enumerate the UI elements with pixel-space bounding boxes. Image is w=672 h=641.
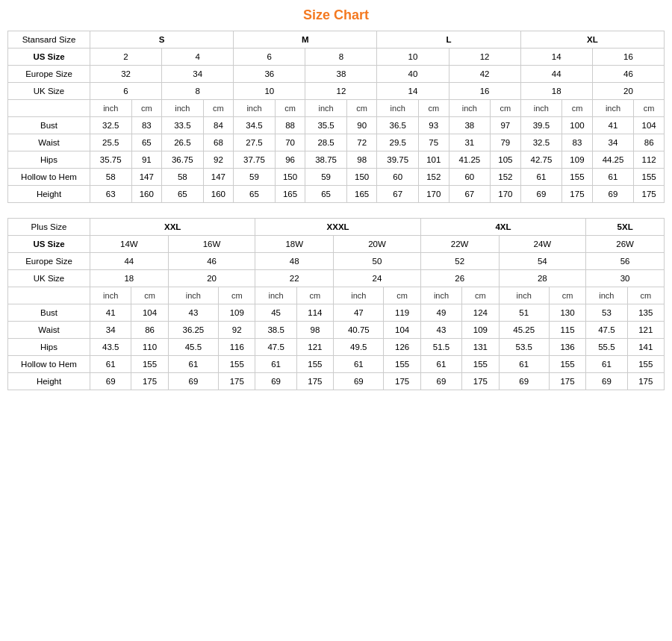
- height-val: 175: [462, 373, 499, 390]
- bust-val: 104: [634, 117, 665, 134]
- hollow-val: 155: [562, 169, 593, 186]
- bust-val: 135: [627, 304, 664, 322]
- bust-val: 109: [219, 304, 255, 322]
- bust-val: 39.5: [520, 117, 562, 134]
- hollow-val: 61: [520, 169, 562, 186]
- hips-val: 136: [549, 339, 585, 356]
- height-val: 69: [334, 373, 384, 390]
- hollow-label: Hollow to Hem: [8, 356, 90, 373]
- bust-val: 93: [418, 117, 449, 134]
- height-val: 160: [131, 186, 162, 203]
- waist-val: 115: [549, 322, 585, 339]
- waist-val: 75: [418, 134, 449, 151]
- unit-val: inch: [305, 100, 347, 117]
- europe-size-val: 34: [162, 66, 234, 83]
- europe-size-label: Europe Size: [8, 253, 90, 270]
- hips-val: 55.5: [586, 339, 627, 356]
- unit-val: inch: [168, 287, 218, 304]
- plus-size-table: Plus Size XXL XXXL 4XL 5XL US Size14W16W…: [7, 218, 665, 390]
- hips-label: Hips: [8, 339, 90, 356]
- unit-val: inch: [234, 100, 276, 117]
- us-size-val: 8: [305, 49, 377, 66]
- bust-val: 104: [131, 304, 168, 322]
- bust-val: 90: [346, 117, 377, 134]
- unit-val: inch: [90, 287, 131, 304]
- waist-val: 34: [90, 322, 131, 339]
- hollow-val: 155: [549, 356, 585, 373]
- height-val: 175: [219, 373, 255, 390]
- hips-val: 41.25: [449, 151, 491, 169]
- height-val: 69: [90, 373, 131, 390]
- hips-val: 36.75: [162, 151, 204, 169]
- europe-size-val: 40: [377, 66, 449, 83]
- uk-size-val: 20: [168, 270, 255, 287]
- hollow-val: 147: [203, 169, 234, 186]
- hips-val: 105: [491, 151, 521, 169]
- hips-val: 131: [462, 339, 499, 356]
- height-val: 69: [499, 373, 549, 390]
- bust-val: 41: [592, 117, 634, 134]
- waist-val: 28.5: [305, 134, 347, 151]
- hips-val: 126: [384, 339, 420, 356]
- height-val: 67: [377, 186, 419, 203]
- hollow-val: 152: [491, 169, 521, 186]
- waist-val: 31: [449, 134, 491, 151]
- plus-size-xxxl: XXXL: [255, 219, 420, 236]
- waist-val: 86: [634, 134, 665, 151]
- uk-size-val: 14: [377, 83, 449, 100]
- height-val: 175: [627, 373, 664, 390]
- hips-val: 91: [131, 151, 162, 169]
- uk-size-val: 6: [90, 83, 162, 100]
- waist-val: 26.5: [162, 134, 204, 151]
- height-val: 69: [586, 373, 627, 390]
- waist-val: 45.25: [499, 322, 549, 339]
- hollow-label: Hollow to Hem: [8, 169, 90, 186]
- europe-size-val: 46: [168, 253, 255, 270]
- bust-val: 119: [384, 304, 420, 322]
- height-val: 175: [549, 373, 585, 390]
- bust-val: 100: [562, 117, 593, 134]
- unit-empty: [8, 287, 90, 304]
- waist-label: Waist: [8, 134, 90, 151]
- hollow-val: 155: [219, 356, 255, 373]
- waist-val: 68: [203, 134, 234, 151]
- height-val: 63: [90, 186, 132, 203]
- us-size-val: 14: [520, 49, 592, 66]
- us-size-val: 24W: [499, 236, 586, 253]
- us-size-val: 10: [377, 49, 449, 66]
- height-val: 69: [420, 373, 461, 390]
- standard-size-m: M: [234, 31, 377, 49]
- uk-size-val: 12: [305, 83, 377, 100]
- hollow-val: 61: [255, 356, 296, 373]
- waist-val: 83: [562, 134, 593, 151]
- height-val: 65: [162, 186, 204, 203]
- hips-val: 38.75: [305, 151, 347, 169]
- bust-val: 34.5: [234, 117, 276, 134]
- uk-size-label: UK Size: [8, 83, 90, 100]
- waist-val: 36.25: [168, 322, 218, 339]
- hips-val: 35.75: [90, 151, 132, 169]
- unit-val: cm: [462, 287, 499, 304]
- hips-val: 44.25: [592, 151, 634, 169]
- height-val: 170: [491, 186, 521, 203]
- plus-size-xxl: XXL: [90, 219, 255, 236]
- waist-val: 98: [296, 322, 333, 339]
- unit-val: inch: [420, 287, 461, 304]
- hips-val: 43.5: [90, 339, 131, 356]
- standard-size-s: S: [90, 31, 234, 49]
- us-size-val: 22W: [420, 236, 499, 253]
- uk-size-val: 28: [499, 270, 586, 287]
- hollow-val: 61: [90, 356, 131, 373]
- unit-val: inch: [162, 100, 204, 117]
- hips-val: 47.5: [255, 339, 296, 356]
- height-label: Height: [8, 373, 90, 390]
- bust-val: 32.5: [90, 117, 132, 134]
- unit-val: inch: [592, 100, 634, 117]
- europe-size-val: 56: [586, 253, 665, 270]
- europe-size-label: Europe Size: [8, 66, 90, 83]
- page-title: Size Chart: [7, 7, 665, 23]
- uk-size-val: 18: [520, 83, 592, 100]
- hollow-val: 155: [384, 356, 420, 373]
- height-val: 69: [168, 373, 218, 390]
- hips-val: 49.5: [334, 339, 384, 356]
